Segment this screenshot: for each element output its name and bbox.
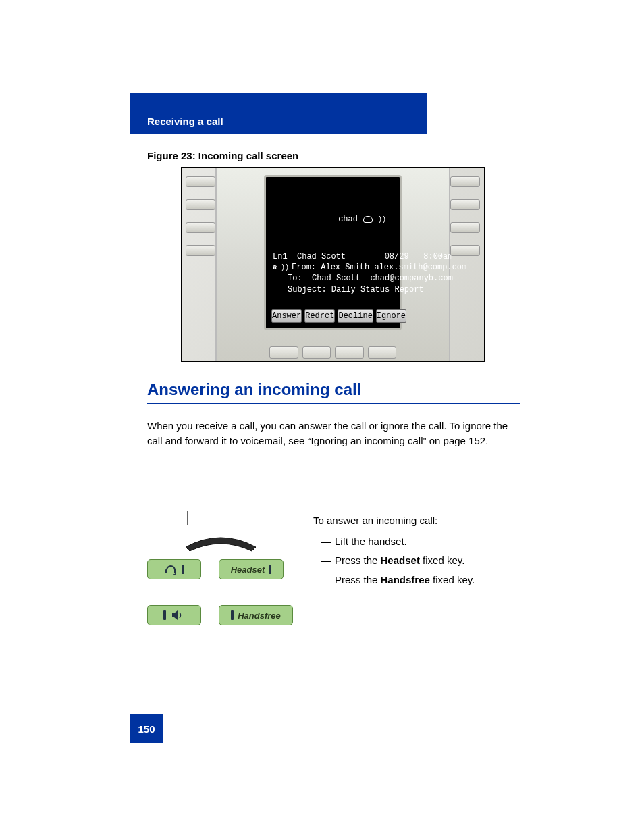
lcd-from: From: Alex Smith alex.smith@comp.com: [292, 262, 466, 273]
handsfree-key-label: Handsfree: [219, 605, 293, 625]
cross-reference-link[interactable]: “Ignoring an incoming call” on page 152: [308, 435, 486, 446]
led-indicator: [269, 565, 271, 574]
left-side-keys: [186, 176, 215, 256]
generic-key-icon: [187, 511, 254, 525]
figure-caption: Figure 23: Incoming call screen: [147, 150, 298, 161]
instruction-list: Lift the handset. Press the Headset fixe…: [313, 534, 520, 588]
ringing-icon: )): [378, 216, 386, 224]
lcd-body: Ln1 Chad Scott 08/29 8:00am ☎ )) From: A…: [273, 251, 396, 295]
hard-softkey: [269, 346, 298, 359]
lcd-user: chad: [338, 215, 358, 224]
list-item: Press the Handsfree fixed key.: [313, 573, 520, 588]
lcd-status-row: chad )): [338, 215, 386, 224]
phone-body: chad )) Ln1 Chad Scott 08/29 8:00am ☎ ))…: [215, 168, 450, 361]
running-head-banner: Receiving a call: [130, 93, 427, 134]
hard-softkey: [302, 346, 331, 359]
led-indicator: [182, 565, 184, 574]
led-indicator: [231, 610, 234, 620]
section-title: Answering an incoming call: [147, 380, 361, 398]
instruction-block: Headset Handsfree To answer an incoming …: [147, 511, 520, 625]
hard-softkey: [335, 346, 364, 359]
hard-softkey: [368, 346, 397, 359]
side-key: [450, 222, 480, 233]
bottom-softkey-buttons: [269, 346, 396, 359]
lcd-softkey-row: Answer Redrct Decline Ignore: [271, 309, 394, 323]
intro-paragraph: When you receive a call, you can answer …: [147, 419, 520, 448]
section-heading: Answering an incoming call: [147, 380, 520, 404]
handsfree-key-icon: [147, 605, 201, 625]
side-key: [450, 199, 480, 210]
page-number-value: 150: [138, 723, 155, 735]
side-key: [450, 176, 480, 187]
running-head-text: Receiving a call: [147, 115, 223, 127]
handsfree-button-row: Handsfree: [147, 605, 294, 625]
lcd-from-row: ☎ )) From: Alex Smith alex.smith@comp.co…: [273, 262, 396, 273]
side-key: [186, 222, 215, 233]
lcd-subject: Subject: Daily Status Report: [273, 284, 396, 295]
led-indicator: [163, 610, 166, 620]
lcd-to: To: Chad Scott chad@companyb.com: [273, 273, 396, 284]
lcd-line1: Ln1 Chad Scott 08/29 8:00am: [273, 251, 396, 262]
headset-key-label: Headset: [219, 559, 284, 579]
side-key: [450, 245, 480, 256]
instruction-graphics: Headset Handsfree: [147, 511, 294, 625]
list-item: Lift the handset.: [313, 534, 520, 550]
side-key: [186, 176, 215, 187]
side-key: [186, 245, 215, 256]
headset-icon: [164, 563, 178, 575]
softkey-answer[interactable]: Answer: [271, 309, 302, 323]
instruction-text: To answer an incoming call: Lift the han…: [313, 511, 520, 625]
softkey-decline[interactable]: Decline: [338, 309, 373, 323]
svg-rect-0: [165, 569, 167, 573]
phone-icon: [363, 216, 373, 223]
headset-key-icon: [147, 559, 201, 579]
phone-icon: ☎ )): [273, 263, 289, 273]
side-key: [186, 199, 215, 210]
instruction-lead: To answer an incoming call:: [313, 513, 520, 529]
handsfree-label-text: Handsfree: [238, 610, 281, 621]
phone-lcd: chad )) Ln1 Chad Scott 08/29 8:00am ☎ ))…: [264, 175, 402, 330]
list-item: Press the Headset fixed key.: [313, 553, 520, 569]
phone-screenshot: chad )) Ln1 Chad Scott 08/29 8:00am ☎ ))…: [181, 167, 485, 362]
headset-button-row: Headset: [147, 559, 294, 579]
headset-label-text: Headset: [231, 565, 265, 575]
right-side-keys: [450, 176, 480, 256]
speaker-icon: [170, 609, 185, 621]
page-number: 150: [130, 714, 163, 743]
softkey-redirect[interactable]: Redrct: [304, 309, 335, 323]
svg-rect-1: [174, 569, 176, 573]
softkey-ignore[interactable]: Ignore: [376, 309, 406, 323]
handset-icon: [180, 532, 261, 552]
para-suffix: .: [485, 435, 488, 446]
